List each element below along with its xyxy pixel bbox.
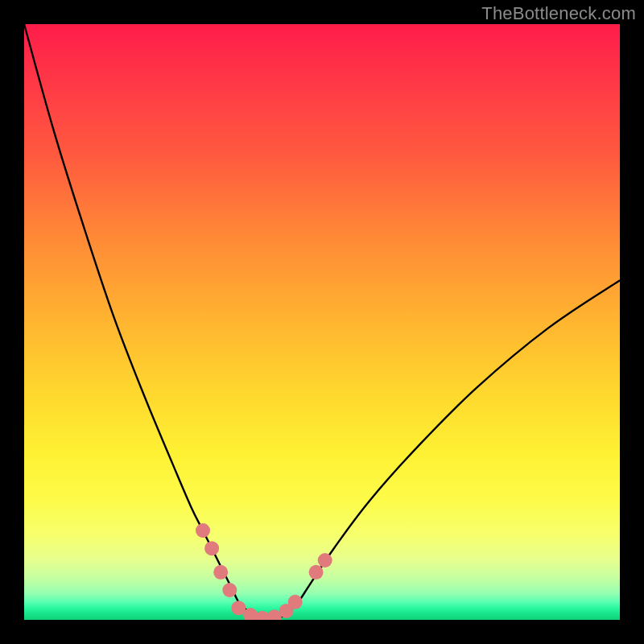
curve-marker xyxy=(222,583,237,597)
curve-marker xyxy=(213,565,228,580)
curve-marker xyxy=(309,565,324,580)
curve-marker xyxy=(204,541,219,555)
curve-marker xyxy=(288,595,303,609)
curve-markers xyxy=(196,523,332,620)
bottleneck-curve xyxy=(24,24,620,620)
curve-marker xyxy=(318,553,332,568)
curve-line xyxy=(24,24,620,620)
curve-marker xyxy=(196,523,210,538)
plot-area xyxy=(24,24,620,620)
watermark-label: TheBottleneck.com xyxy=(481,3,636,24)
chart-frame: TheBottleneck.com xyxy=(0,0,644,644)
